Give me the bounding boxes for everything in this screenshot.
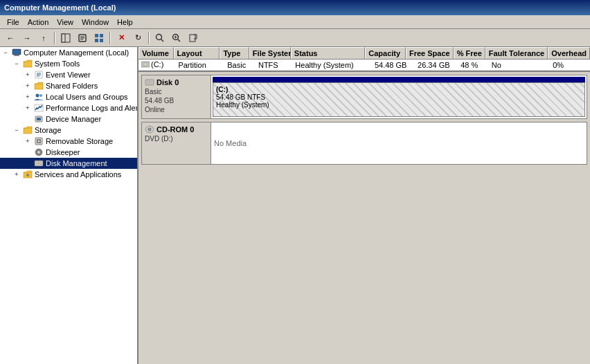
th-layout[interactable]: Layout (174, 47, 220, 59)
svg-rect-6 (95, 34, 98, 37)
removable-storage-icon (33, 136, 44, 146)
tree-event-viewer[interactable]: + Event Viewer (0, 69, 137, 80)
svg-line-13 (178, 39, 181, 42)
table-row[interactable]: (C:) Partition Basic NTFS Healthy (Syste… (138, 60, 590, 71)
th-fault[interactable]: Fault Tolerance (485, 47, 548, 59)
export-button[interactable] (186, 31, 201, 45)
properties-button[interactable] (75, 31, 90, 45)
event-viewer-expander[interactable]: + (22, 70, 33, 80)
disk-0-icon (145, 78, 154, 87)
svg-point-39 (38, 163, 39, 164)
tree-storage[interactable]: − Storage (0, 125, 137, 136)
zoom-button[interactable] (169, 31, 184, 45)
disk-0-partition-c[interactable]: (C:) 54.48 GB NTFS Healthy (System) (213, 82, 585, 117)
svg-point-46 (149, 82, 150, 83)
svg-point-41 (26, 174, 29, 176)
tree-root[interactable]: − Computer Management (Local) (0, 47, 137, 58)
th-freespace[interactable]: Free Space (406, 47, 454, 59)
menu-help[interactable]: Help (113, 17, 137, 27)
toolbar: ← → ↑ ✕ ↻ (0, 29, 590, 47)
storage-expander[interactable]: − (11, 125, 22, 135)
svg-point-36 (37, 151, 40, 154)
svg-rect-16 (190, 35, 195, 42)
title-bar: Computer Management (Local) (0, 0, 590, 15)
cdrom-0-icon (145, 125, 154, 134)
disk-0-label: Disk 0 Basic 54.48 GB Online (142, 75, 211, 118)
th-status[interactable]: Status (291, 47, 365, 59)
diskeeper-icon (33, 147, 44, 157)
system-tools-expander[interactable]: − (11, 59, 22, 69)
svg-point-10 (157, 34, 162, 39)
back-button[interactable]: ← (3, 31, 18, 45)
volume-table: Volume Layout Type File System Status Ca… (138, 47, 590, 72)
large-icons-button[interactable] (91, 31, 107, 45)
up-button[interactable]: ↑ (36, 31, 51, 45)
shared-folders-expander[interactable]: + (22, 81, 33, 91)
diskeeper-label: Diskeeper (46, 148, 80, 156)
forward-button[interactable]: → (19, 31, 35, 45)
tree-services-apps[interactable]: + Services and Applications (0, 169, 137, 180)
right-panel: Volume Layout Type File System Status Ca… (138, 47, 590, 364)
td-layout: Partition (175, 60, 224, 70)
delete-button[interactable]: ✕ (114, 31, 129, 45)
td-fault: No (489, 60, 550, 70)
th-volume[interactable]: Volume (138, 47, 174, 59)
td-freespace: 26.34 GB (415, 60, 458, 70)
services-apps-expander[interactable]: + (11, 170, 22, 179)
tree-diskeeper[interactable]: + Diskeeper (0, 147, 137, 158)
removable-storage-expander[interactable]: + (22, 136, 33, 146)
menu-bar: File Action View Window Help (0, 15, 590, 29)
disk-0-partition-size: 54.48 GB NTFS (216, 93, 582, 101)
svg-point-34 (38, 140, 40, 143)
toolbar-sep-2 (109, 32, 111, 44)
th-filesystem[interactable]: File System (249, 47, 291, 59)
refresh-button[interactable]: ↻ (130, 31, 145, 45)
td-status: Healthy (System) (292, 60, 372, 70)
td-type: Basic (224, 60, 256, 70)
search-button[interactable] (152, 31, 168, 45)
svg-rect-1 (62, 34, 65, 42)
perf-logs-expander[interactable]: + (22, 103, 33, 113)
perf-logs-label: Performance Logs and Alerts (46, 104, 138, 112)
system-tools-icon (22, 59, 33, 69)
svg-rect-19 (14, 55, 19, 56)
menu-view[interactable]: View (53, 17, 78, 27)
local-users-expander[interactable]: + (22, 92, 33, 102)
svg-point-27 (39, 94, 42, 97)
computer-icon (11, 48, 22, 57)
main-layout: − Computer Management (Local) − System T… (0, 47, 590, 364)
disk-0-type: Basic (145, 88, 208, 95)
local-users-icon (33, 92, 44, 102)
disk-0-partition-status: Healthy (System) (216, 101, 582, 109)
tree-shared-folders[interactable]: + Shared Folders (0, 80, 137, 91)
tree-system-tools[interactable]: − System Tools (0, 58, 137, 69)
tree-panel: − Computer Management (Local) − System T… (0, 47, 138, 364)
tree-device-manager[interactable]: + Device Manager (0, 113, 137, 125)
table-header: Volume Layout Type File System Status Ca… (138, 47, 590, 60)
removable-storage-label: Removable Storage (46, 137, 113, 145)
cdrom-0-no-media: No Media (211, 122, 587, 164)
tree-disk-management[interactable]: + Disk Management (0, 158, 137, 169)
tree-local-users[interactable]: + Local Users and Groups (0, 91, 137, 102)
disk-0-name: Disk 0 (145, 78, 208, 87)
menu-file[interactable]: File (3, 17, 24, 27)
root-expander[interactable]: − (0, 48, 11, 57)
tree-removable-storage[interactable]: + Removable Storage (0, 136, 137, 147)
svg-rect-7 (100, 34, 103, 37)
tree-perf-logs[interactable]: + Performance Logs and Alerts (0, 102, 137, 113)
th-type[interactable]: Type (220, 47, 249, 59)
show-hide-button[interactable] (58, 31, 73, 45)
disk-0-row: Disk 0 Basic 54.48 GB Online (C:) 54.48 … (141, 75, 587, 119)
disk-panel: Disk 0 Basic 54.48 GB Online (C:) 54.48 … (138, 72, 590, 364)
menu-action[interactable]: Action (24, 17, 53, 27)
th-pctfree[interactable]: % Free (454, 47, 485, 59)
menu-window[interactable]: Window (78, 17, 113, 27)
svg-point-43 (144, 63, 148, 66)
th-overhead[interactable]: Overhead (548, 47, 590, 59)
svg-rect-17 (12, 49, 21, 55)
system-tools-label: System Tools (35, 60, 80, 68)
shared-folders-icon (33, 81, 44, 91)
th-capacity[interactable]: Capacity (365, 47, 406, 59)
td-volume: (C:) (138, 60, 175, 70)
event-viewer-icon (33, 70, 44, 80)
